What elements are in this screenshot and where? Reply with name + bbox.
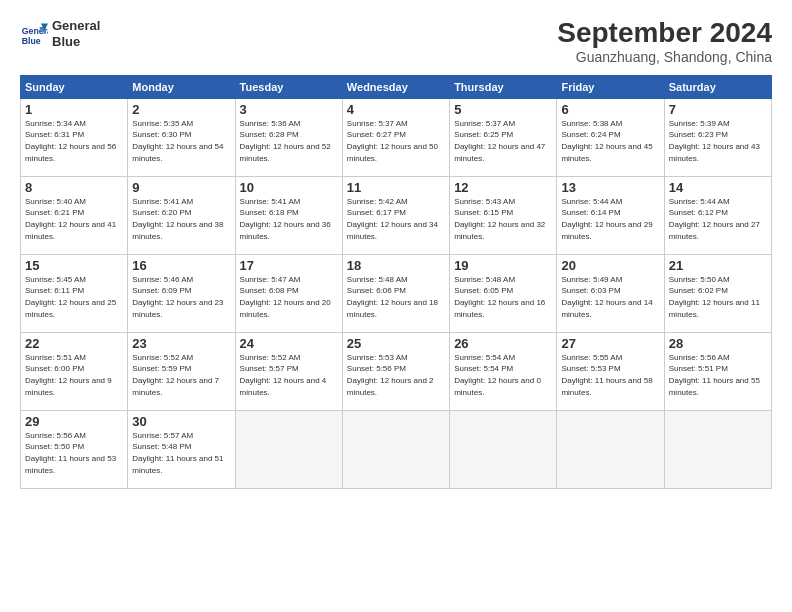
table-row: 11Sunrise: 5:42 AMSunset: 6:17 PMDayligh…: [342, 176, 449, 254]
day-info: Sunrise: 5:35 AMSunset: 6:30 PMDaylight:…: [132, 118, 230, 164]
col-tuesday: Tuesday: [235, 75, 342, 98]
table-row: 1Sunrise: 5:34 AMSunset: 6:31 PMDaylight…: [21, 98, 128, 176]
day-number: 28: [669, 336, 767, 351]
day-number: 27: [561, 336, 659, 351]
table-row: 6Sunrise: 5:38 AMSunset: 6:24 PMDaylight…: [557, 98, 664, 176]
table-row: 19Sunrise: 5:48 AMSunset: 6:05 PMDayligh…: [450, 254, 557, 332]
day-number: 3: [240, 102, 338, 117]
day-number: 2: [132, 102, 230, 117]
table-row: 7Sunrise: 5:39 AMSunset: 6:23 PMDaylight…: [664, 98, 771, 176]
day-number: 1: [25, 102, 123, 117]
table-row: 17Sunrise: 5:47 AMSunset: 6:08 PMDayligh…: [235, 254, 342, 332]
day-number: 11: [347, 180, 445, 195]
day-info: Sunrise: 5:55 AMSunset: 5:53 PMDaylight:…: [561, 352, 659, 398]
day-number: 4: [347, 102, 445, 117]
day-info: Sunrise: 5:40 AMSunset: 6:21 PMDaylight:…: [25, 196, 123, 242]
table-row: 22Sunrise: 5:51 AMSunset: 6:00 PMDayligh…: [21, 332, 128, 410]
table-row: 15Sunrise: 5:45 AMSunset: 6:11 PMDayligh…: [21, 254, 128, 332]
day-number: 17: [240, 258, 338, 273]
day-info: Sunrise: 5:51 AMSunset: 6:00 PMDaylight:…: [25, 352, 123, 398]
day-number: 29: [25, 414, 123, 429]
table-row: 25Sunrise: 5:53 AMSunset: 5:56 PMDayligh…: [342, 332, 449, 410]
day-number: 6: [561, 102, 659, 117]
day-info: Sunrise: 5:57 AMSunset: 5:48 PMDaylight:…: [132, 430, 230, 476]
day-number: 12: [454, 180, 552, 195]
table-row: 16Sunrise: 5:46 AMSunset: 6:09 PMDayligh…: [128, 254, 235, 332]
col-saturday: Saturday: [664, 75, 771, 98]
table-row: 2Sunrise: 5:35 AMSunset: 6:30 PMDaylight…: [128, 98, 235, 176]
table-row: 30Sunrise: 5:57 AMSunset: 5:48 PMDayligh…: [128, 410, 235, 488]
day-number: 30: [132, 414, 230, 429]
day-number: 15: [25, 258, 123, 273]
day-number: 14: [669, 180, 767, 195]
day-number: 16: [132, 258, 230, 273]
logo: General Blue GeneralBlue: [20, 18, 100, 49]
col-thursday: Thursday: [450, 75, 557, 98]
day-info: Sunrise: 5:56 AMSunset: 5:51 PMDaylight:…: [669, 352, 767, 398]
day-info: Sunrise: 5:43 AMSunset: 6:15 PMDaylight:…: [454, 196, 552, 242]
col-monday: Monday: [128, 75, 235, 98]
header: General Blue GeneralBlue September 2024 …: [20, 18, 772, 65]
table-row: 9Sunrise: 5:41 AMSunset: 6:20 PMDaylight…: [128, 176, 235, 254]
day-info: Sunrise: 5:52 AMSunset: 5:59 PMDaylight:…: [132, 352, 230, 398]
calendar-page: General Blue GeneralBlue September 2024 …: [0, 0, 792, 612]
day-number: 5: [454, 102, 552, 117]
table-row: 8Sunrise: 5:40 AMSunset: 6:21 PMDaylight…: [21, 176, 128, 254]
table-row: 12Sunrise: 5:43 AMSunset: 6:15 PMDayligh…: [450, 176, 557, 254]
day-number: 18: [347, 258, 445, 273]
day-number: 7: [669, 102, 767, 117]
day-info: Sunrise: 5:41 AMSunset: 6:18 PMDaylight:…: [240, 196, 338, 242]
day-info: Sunrise: 5:45 AMSunset: 6:11 PMDaylight:…: [25, 274, 123, 320]
table-row: 5Sunrise: 5:37 AMSunset: 6:25 PMDaylight…: [450, 98, 557, 176]
table-row: 18Sunrise: 5:48 AMSunset: 6:06 PMDayligh…: [342, 254, 449, 332]
day-number: 19: [454, 258, 552, 273]
logo-icon: General Blue: [20, 20, 48, 48]
day-number: 26: [454, 336, 552, 351]
day-info: Sunrise: 5:44 AMSunset: 6:12 PMDaylight:…: [669, 196, 767, 242]
day-info: Sunrise: 5:42 AMSunset: 6:17 PMDaylight:…: [347, 196, 445, 242]
day-number: 9: [132, 180, 230, 195]
table-row: 14Sunrise: 5:44 AMSunset: 6:12 PMDayligh…: [664, 176, 771, 254]
table-row: 4Sunrise: 5:37 AMSunset: 6:27 PMDaylight…: [342, 98, 449, 176]
table-row: 20Sunrise: 5:49 AMSunset: 6:03 PMDayligh…: [557, 254, 664, 332]
col-friday: Friday: [557, 75, 664, 98]
table-row: 24Sunrise: 5:52 AMSunset: 5:57 PMDayligh…: [235, 332, 342, 410]
day-number: 25: [347, 336, 445, 351]
day-number: 23: [132, 336, 230, 351]
day-info: Sunrise: 5:54 AMSunset: 5:54 PMDaylight:…: [454, 352, 552, 398]
table-row: 27Sunrise: 5:55 AMSunset: 5:53 PMDayligh…: [557, 332, 664, 410]
col-wednesday: Wednesday: [342, 75, 449, 98]
day-info: Sunrise: 5:46 AMSunset: 6:09 PMDaylight:…: [132, 274, 230, 320]
day-number: 24: [240, 336, 338, 351]
day-number: 21: [669, 258, 767, 273]
day-info: Sunrise: 5:37 AMSunset: 6:25 PMDaylight:…: [454, 118, 552, 164]
day-info: Sunrise: 5:34 AMSunset: 6:31 PMDaylight:…: [25, 118, 123, 164]
table-row: [342, 410, 449, 488]
table-row: 3Sunrise: 5:36 AMSunset: 6:28 PMDaylight…: [235, 98, 342, 176]
table-row: 21Sunrise: 5:50 AMSunset: 6:02 PMDayligh…: [664, 254, 771, 332]
table-row: 29Sunrise: 5:56 AMSunset: 5:50 PMDayligh…: [21, 410, 128, 488]
svg-text:Blue: Blue: [22, 35, 41, 45]
table-row: [664, 410, 771, 488]
day-info: Sunrise: 5:41 AMSunset: 6:20 PMDaylight:…: [132, 196, 230, 242]
day-info: Sunrise: 5:39 AMSunset: 6:23 PMDaylight:…: [669, 118, 767, 164]
day-info: Sunrise: 5:44 AMSunset: 6:14 PMDaylight:…: [561, 196, 659, 242]
table-row: [557, 410, 664, 488]
day-info: Sunrise: 5:36 AMSunset: 6:28 PMDaylight:…: [240, 118, 338, 164]
location-subtitle: Guanzhuang, Shandong, China: [557, 49, 772, 65]
day-info: Sunrise: 5:52 AMSunset: 5:57 PMDaylight:…: [240, 352, 338, 398]
day-info: Sunrise: 5:48 AMSunset: 6:05 PMDaylight:…: [454, 274, 552, 320]
table-row: 10Sunrise: 5:41 AMSunset: 6:18 PMDayligh…: [235, 176, 342, 254]
day-info: Sunrise: 5:47 AMSunset: 6:08 PMDaylight:…: [240, 274, 338, 320]
table-row: [450, 410, 557, 488]
table-row: 23Sunrise: 5:52 AMSunset: 5:59 PMDayligh…: [128, 332, 235, 410]
table-row: [235, 410, 342, 488]
day-number: 10: [240, 180, 338, 195]
month-title: September 2024: [557, 18, 772, 49]
calendar-table: Sunday Monday Tuesday Wednesday Thursday…: [20, 75, 772, 489]
title-block: September 2024 Guanzhuang, Shandong, Chi…: [557, 18, 772, 65]
day-info: Sunrise: 5:53 AMSunset: 5:56 PMDaylight:…: [347, 352, 445, 398]
day-info: Sunrise: 5:37 AMSunset: 6:27 PMDaylight:…: [347, 118, 445, 164]
logo-name: GeneralBlue: [52, 18, 100, 49]
day-number: 13: [561, 180, 659, 195]
